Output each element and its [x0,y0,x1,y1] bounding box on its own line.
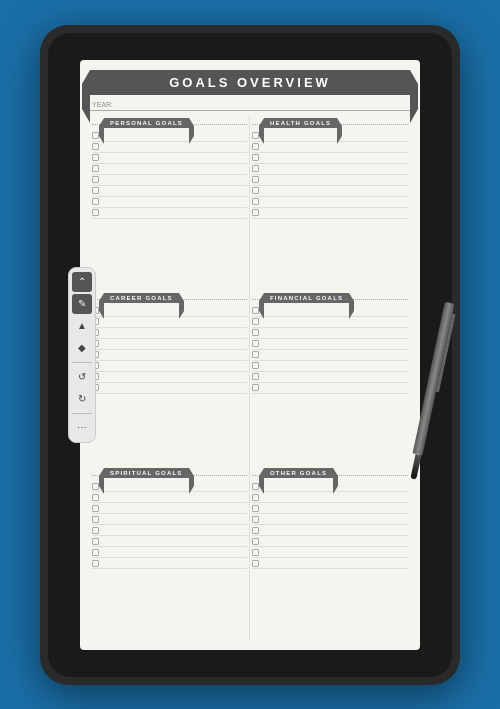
line-text[interactable] [262,198,408,206]
checkbox[interactable] [92,494,99,501]
line-text[interactable] [102,362,247,370]
line-text[interactable] [102,340,247,348]
checkbox[interactable] [252,560,259,567]
toolbar-redo-btn[interactable]: ↻ [72,389,92,409]
line-text[interactable] [262,559,408,567]
checkbox[interactable] [252,340,259,347]
checkbox[interactable] [252,351,259,358]
line-text[interactable] [102,559,247,567]
checkbox[interactable] [252,538,259,545]
line-text[interactable] [262,340,408,348]
checkbox[interactable] [252,329,259,336]
checkbox[interactable] [252,165,259,172]
line-text[interactable] [262,362,408,370]
checkbox[interactable] [252,362,259,369]
checkbox[interactable] [252,198,259,205]
line-text[interactable] [102,373,247,381]
line-text[interactable] [262,384,408,392]
checkbox[interactable] [92,549,99,556]
line-text[interactable] [262,515,408,523]
line-text[interactable] [102,504,247,512]
goals-grid: PERSONAL GOALS [90,116,410,642]
checkbox[interactable] [252,527,259,534]
line-text[interactable] [262,187,408,195]
line-text[interactable] [262,318,408,326]
checkbox[interactable] [252,373,259,380]
line-text[interactable] [102,307,247,315]
checkbox[interactable] [252,154,259,161]
checkbox[interactable] [92,209,99,216]
line-text[interactable] [262,526,408,534]
line-text[interactable] [102,515,247,523]
checkbox[interactable] [252,384,259,391]
checkbox[interactable] [92,505,99,512]
line-text[interactable] [262,493,408,501]
line-text[interactable] [102,351,247,359]
screen: GOALS OVERVIEW YEAR: PERSONAL GOALS [80,60,420,650]
checkbox[interactable] [252,307,259,314]
line-text[interactable] [102,165,247,173]
line-text[interactable] [102,526,247,534]
line-text[interactable] [262,548,408,556]
year-field[interactable]: YEAR: [90,101,410,111]
checkbox[interactable] [92,165,99,172]
line-text[interactable] [102,198,247,206]
toolbar-undo-btn[interactable]: ↺ [72,367,92,387]
checkbox[interactable] [252,505,259,512]
line-text[interactable] [102,318,247,326]
dotted-right-spiritual [189,475,247,476]
line-text[interactable] [102,143,247,151]
toolbar-back-btn[interactable]: ⌃ [72,272,92,292]
checkbox[interactable] [92,527,99,534]
checkbox[interactable] [252,549,259,556]
checkbox[interactable] [252,209,259,216]
line-text[interactable] [262,307,408,315]
line-text[interactable] [102,548,247,556]
checkbox[interactable] [92,154,99,161]
checkbox[interactable] [92,538,99,545]
checkbox[interactable] [252,176,259,183]
line-text[interactable] [262,537,408,545]
checkbox[interactable] [92,132,99,139]
checkbox[interactable] [92,483,99,490]
toolbar-eraser-btn[interactable]: ◆ [72,338,92,358]
checkbox[interactable] [252,318,259,325]
line-text[interactable] [102,132,247,140]
checkbox[interactable] [252,143,259,150]
checkbox[interactable] [92,187,99,194]
checkbox[interactable] [92,560,99,567]
line-text[interactable] [262,329,408,337]
line-text[interactable] [102,176,247,184]
goal-line [92,197,247,208]
line-text[interactable] [262,176,408,184]
line-text[interactable] [262,209,408,217]
line-text[interactable] [102,384,247,392]
line-text[interactable] [262,165,408,173]
checkbox[interactable] [92,198,99,205]
checkbox[interactable] [92,516,99,523]
line-text[interactable] [262,373,408,381]
toolbar[interactable]: ⌃ ✎ ▲ ◆ ↺ ↻ ⋯ [68,267,96,443]
line-text[interactable] [102,482,247,490]
checkbox[interactable] [92,143,99,150]
checkbox[interactable] [92,176,99,183]
line-text[interactable] [262,154,408,162]
line-text[interactable] [102,209,247,217]
line-text[interactable] [102,154,247,162]
checkbox[interactable] [252,187,259,194]
line-text[interactable] [262,351,408,359]
line-text[interactable] [102,329,247,337]
toolbar-highlight-btn[interactable]: ▲ [72,316,92,336]
checkbox[interactable] [252,516,259,523]
toolbar-pen-btn[interactable]: ✎ [72,294,92,314]
line-text[interactable] [262,504,408,512]
line-text[interactable] [102,537,247,545]
line-text[interactable] [262,143,408,151]
checkbox[interactable] [252,132,259,139]
line-text[interactable] [262,132,408,140]
checkbox[interactable] [252,483,259,490]
toolbar-more-btn[interactable]: ⋯ [72,418,92,438]
checkbox[interactable] [252,494,259,501]
line-text[interactable] [102,493,247,501]
line-text[interactable] [102,187,247,195]
